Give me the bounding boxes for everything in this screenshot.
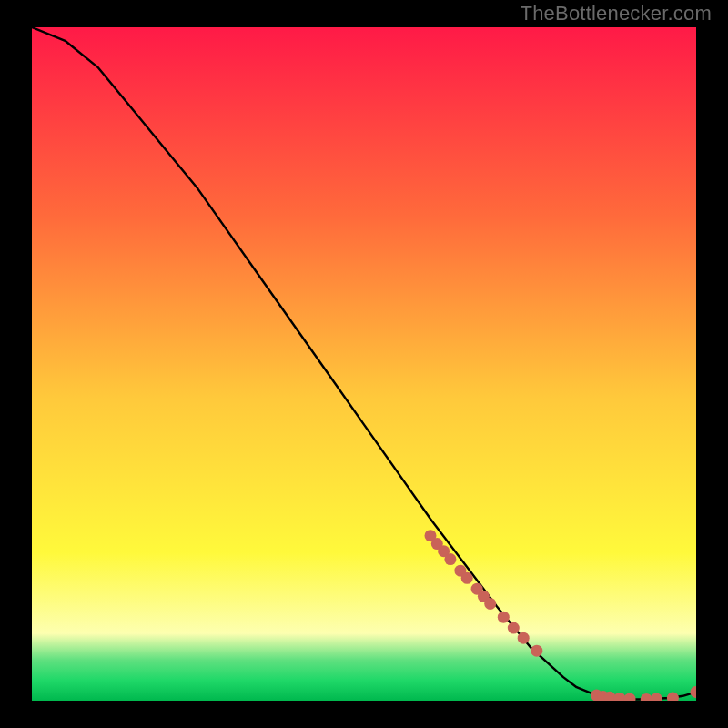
data-point [518, 632, 530, 644]
data-point [444, 553, 456, 565]
watermark-label: TheBottlenecker.com [521, 2, 712, 25]
data-point [461, 572, 473, 584]
bottleneck-chart [32, 27, 696, 701]
chart-frame: TheBottlenecker.com [0, 0, 728, 728]
data-point [531, 645, 542, 657]
data-point [484, 598, 496, 610]
data-point [508, 622, 520, 634]
data-point [498, 612, 510, 623]
gradient-background [32, 27, 696, 701]
